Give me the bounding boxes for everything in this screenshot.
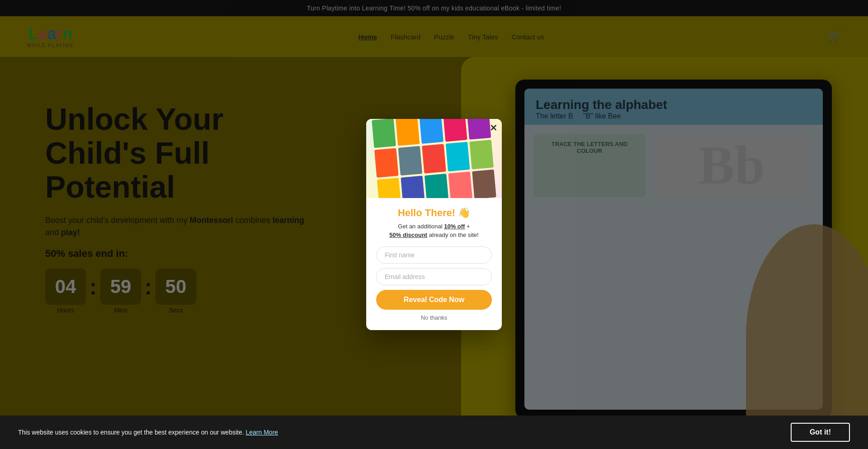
cookie-text: This website uses cookies to ensure you …	[18, 429, 278, 436]
modal-title: Hello There! 👋	[376, 207, 492, 219]
book-thumbnail	[467, 119, 491, 139]
book-thumbnail	[377, 178, 401, 198]
subtitle-discount1: 10% off	[444, 223, 465, 230]
subtitle-end: already on the site!	[427, 232, 478, 238]
book-thumbnail	[472, 170, 496, 199]
book-thumbnail	[398, 146, 423, 176]
book-thumbnail	[422, 144, 446, 174]
book-thumbnail	[446, 142, 470, 171]
book-thumbnail	[401, 175, 425, 198]
book-thumbnail	[469, 140, 494, 170]
book-grid	[366, 119, 501, 198]
modal-body: Hello There! 👋 Get an additional 10% off…	[366, 198, 502, 330]
popup-modal: ✕ Hello There! 👋 Get an additional 10% o…	[366, 119, 502, 330]
subtitle-start: Get an additional	[398, 223, 444, 230]
email-input[interactable]	[376, 268, 492, 285]
modal-close-button[interactable]: ✕	[490, 123, 497, 133]
first-name-input[interactable]	[376, 246, 492, 264]
subtitle-discount2: 50% discount	[389, 232, 427, 238]
book-thumbnail	[372, 119, 396, 148]
book-thumbnail	[396, 119, 420, 146]
book-thumbnail	[374, 148, 399, 178]
no-thanks-link[interactable]: No thanks	[376, 314, 492, 321]
reveal-code-button[interactable]: Reveal Code Now	[376, 290, 492, 310]
book-thumbnail	[443, 119, 467, 142]
book-thumbnail	[419, 119, 443, 144]
modal-subtitle: Get an additional 10% off + 50% discount…	[376, 222, 492, 239]
cookie-bar: This website uses cookies to ensure you …	[0, 416, 868, 449]
modal-overlay: ✕ Hello There! 👋 Get an additional 10% o…	[0, 0, 868, 449]
book-thumbnail	[425, 174, 449, 199]
modal-image-area: ✕	[366, 119, 502, 198]
got-it-button[interactable]: Got it!	[791, 423, 850, 442]
book-thumbnail	[448, 171, 473, 198]
cookie-message: This website uses cookies to ensure you …	[18, 429, 244, 436]
subtitle-plus: +	[465, 223, 470, 230]
learn-more-link[interactable]: Learn More	[246, 429, 278, 436]
